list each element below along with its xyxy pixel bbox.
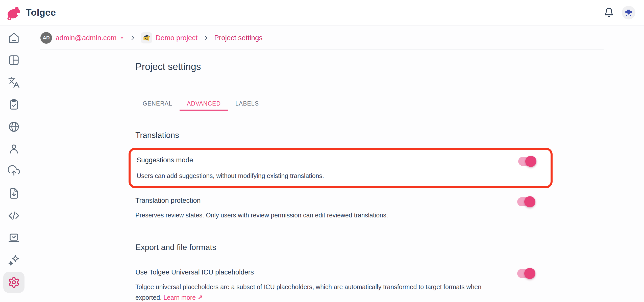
icu-placeholders-label: Use Tolgee Universal ICU placeholders [135,268,507,276]
notifications-button[interactable] [604,7,614,18]
toggle-knob [524,196,535,207]
breadcrumb-project-label: Demo project [156,34,198,42]
external-link-arrow-icon: ↗ [197,294,203,301]
sidebar-item-integrations[interactable] [3,227,24,248]
integrations-laptop-check-icon [8,232,20,244]
sidebar [0,25,28,302]
breadcrumb-user-email: admin@admin.com [56,34,117,42]
tasks-clipboard-check-icon [8,98,20,111]
top-bar: Tolgee [0,0,644,25]
suggestions-mode-label: Suggestions mode [137,156,508,164]
breadcrumb: AD admin@admin.com Demo [40,32,644,44]
export-file-download-icon [8,187,20,199]
bell-icon [604,7,614,18]
caret-down-icon [120,36,124,40]
sidebar-item-dashboard[interactable] [3,49,24,71]
logo-text: Tolgee [26,7,56,18]
globe-icon [8,121,20,133]
home-icon [8,32,20,44]
sidebar-item-translations[interactable] [3,72,24,93]
sidebar-item-languages[interactable] [3,116,24,137]
translation-protection-description: Preserves review states. Only users with… [135,210,497,220]
toggle-knob [525,156,536,167]
page-title: Project settings [135,61,539,72]
sidebar-item-home[interactable] [3,27,24,48]
section-title-translations: Translations [135,130,539,140]
breadcrumb-current-page: Project settings [214,34,262,42]
suggestions-mode-highlight-box: Suggestions mode Users can add suggestio… [129,148,553,188]
sidebar-item-export[interactable] [3,183,24,204]
breadcrumb-user-menu[interactable]: admin@admin.com [56,34,124,42]
user-initials-avatar[interactable]: AD [40,32,52,44]
setting-row-suggestions-mode: Suggestions mode Users can add suggestio… [137,156,540,181]
translation-protection-label: Translation protection [135,196,507,205]
icu-placeholders-description: Tolgee universal placeholders are a subs… [135,282,497,302]
tolgee-logo[interactable]: Tolgee [7,5,56,20]
toggle-knob [524,268,535,279]
tolgee-mouse-icon [7,5,21,20]
dashboard-icon [8,54,20,66]
sidebar-item-import[interactable] [3,161,24,182]
translate-icon [8,76,20,88]
members-icon [8,143,20,155]
suggestions-mode-description: Users can add suggestions, without modif… [137,170,498,181]
project-avatar [141,32,152,43]
breadcrumb-project[interactable]: Demo project [156,34,198,42]
sidebar-item-developer[interactable] [3,205,24,226]
setting-row-icu-placeholders: Use Tolgee Universal ICU placeholders To… [135,268,539,302]
sidebar-item-members[interactable] [3,138,24,160]
chevron-right-icon [129,35,136,41]
section-title-export: Export and file formats [135,242,539,252]
tab-advanced[interactable]: ADVANCED [180,96,228,111]
import-cloud-upload-icon [8,165,20,177]
developer-code-icon [8,210,20,222]
sidebar-item-ai[interactable] [3,249,24,271]
learn-more-label: Learn more [163,294,196,301]
pixel-identicon-avatar [622,6,635,19]
translation-protection-toggle[interactable] [517,197,535,206]
tab-labels[interactable]: LABELS [228,96,266,111]
user-avatar-button[interactable] [622,6,635,19]
sidebar-item-settings[interactable] [3,272,24,293]
ai-sparkles-icon [8,254,20,266]
breadcrumb-divider [40,49,604,49]
tab-bar: GENERAL ADVANCED LABELS [135,96,539,110]
tab-general[interactable]: GENERAL [135,96,180,111]
settings-gear-icon [8,276,20,288]
setting-row-translation-protection: Translation protection Preserves review … [135,196,539,220]
chevron-right-icon [203,35,209,41]
suggestions-mode-toggle[interactable] [518,157,536,166]
sidebar-item-tasks[interactable] [3,94,24,115]
icu-placeholders-toggle[interactable] [517,269,535,278]
learn-more-link[interactable]: Learn more ↗ [163,294,203,301]
